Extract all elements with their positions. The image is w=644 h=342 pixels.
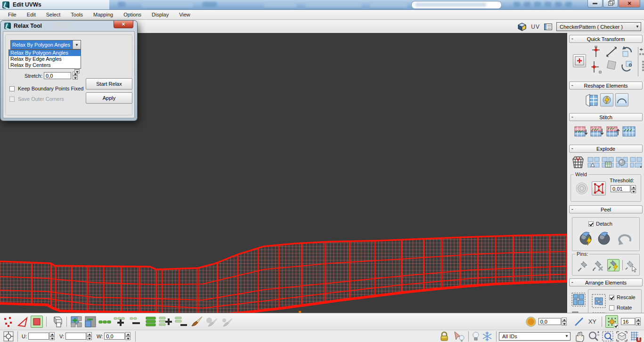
stitch-to-target-icon[interactable] [590,126,604,138]
freeform-mode-icon[interactable] [605,59,618,72]
align-vertical-icon[interactable] [590,60,602,74]
grid-size-field[interactable]: 16 [621,318,635,325]
threshold-spinner[interactable] [631,185,636,193]
shrink-selection-icon[interactable] [84,316,97,328]
relax-tool-dialog[interactable]: Relax Tool ✕ Relax By Polygon Angles ▼ R… [0,21,137,121]
align-to-pivot-button[interactable] [573,54,586,67]
reshape-grid-icon[interactable] [584,93,598,107]
relax-dialog-close-button[interactable]: ✕ [114,21,133,28]
v-spinner[interactable] [87,332,92,340]
option-relax-by-polygon-angles[interactable]: Relax By Polygon Angles [9,50,81,56]
menu-options[interactable]: Options [118,11,147,18]
paint-select-shrink-icon[interactable] [220,316,233,328]
rescale-checkbox[interactable] [609,295,614,300]
linear-align-icon[interactable] [605,46,618,58]
rotate-ccw-icon[interactable] [620,45,634,59]
start-relax-button[interactable]: Start Relax [86,78,132,90]
shrink-ring-icon[interactable] [175,316,188,328]
edge-distance-icon[interactable] [573,316,585,327]
pin-tool-button[interactable] [607,259,620,271]
bulb-icon[interactable] [472,331,480,342]
options-dialog-icon[interactable] [544,24,552,30]
panel-header-explode[interactable]: - Explode [569,145,643,153]
soft-selection-spinner[interactable] [562,318,567,326]
zoom-icon[interactable] [587,331,600,342]
keep-boundary-checkbox[interactable] [9,86,15,91]
menu-file[interactable]: File [3,11,22,18]
collapse-icon[interactable]: - [571,279,573,285]
pin-select-icon[interactable] [625,260,637,272]
u-field[interactable] [28,333,49,340]
collapse-icon[interactable]: - [571,35,573,41]
collapse-icon[interactable]: - [571,82,573,88]
relax-tool-button[interactable] [615,93,628,106]
u-spinner[interactable] [49,332,55,340]
grow-ring-icon[interactable] [159,316,173,328]
option-relax-by-edge-angles[interactable]: Relax By Edge Angles [9,56,81,62]
zoom-to-selection-icon[interactable] [616,331,628,342]
snap-grid-magnet-icon[interactable] [630,331,641,342]
menu-view[interactable]: View [174,11,196,18]
search-box[interactable] [411,1,502,9]
restore-button[interactable] [603,0,618,8]
edge-mode-icon[interactable] [16,316,29,327]
grid-size-spinner[interactable] [636,318,641,326]
w-field[interactable]: 0,0 [104,333,125,340]
collapse-icon[interactable]: - [571,206,573,212]
panel-header-stitch[interactable]: - Stitch [569,113,643,121]
absolute-offset-mode-icon[interactable] [3,331,14,342]
texture-pattern-dropdown[interactable]: CheckerPattern ( Checker ) ▼ [556,22,641,31]
zoom-region-icon[interactable] [602,331,614,342]
space-horizontal-icon[interactable] [639,47,644,57]
uv-space-label[interactable]: UV [531,24,540,30]
flatten-mapping-icon[interactable] [571,155,585,170]
stitch-custom-icon[interactable] [574,126,588,138]
rotate-checkbox[interactable] [609,305,614,310]
collapse-icon[interactable]: - [571,145,573,151]
menu-mapping[interactable]: Mapping [88,11,118,18]
rotate-cw-icon[interactable] [620,59,634,73]
highlight-selected-icon[interactable] [453,331,465,342]
edge-ring-icon[interactable] [145,316,157,327]
element-mode-icon[interactable] [50,316,63,328]
explode-to-faces-icon[interactable] [587,156,600,169]
align-horizontal-icon[interactable] [590,46,602,59]
pan-hand-icon[interactable] [573,331,586,342]
material-id-dropdown[interactable]: All IDs ▼ [499,332,571,341]
menu-select[interactable]: Select [41,11,66,18]
panel-header-reshape-elements[interactable]: - Reshape Elements [569,81,643,90]
snap-toggle-button[interactable] [605,315,618,328]
grow-loop-icon[interactable] [114,316,128,328]
grow-selection-icon[interactable] [70,316,82,328]
threshold-field[interactable]: 0,01 [611,185,630,192]
menu-display[interactable]: Display [147,11,174,18]
panel-header-quick-transform[interactable]: - Quick Transform [569,35,643,43]
reset-peel-icon[interactable] [616,231,633,246]
freeze-snowflake-icon[interactable] [481,331,493,342]
peel-mode-icon[interactable] [596,230,612,246]
explode-by-smoothing-icon[interactable] [615,156,628,169]
stitch-average-icon[interactable] [622,126,636,138]
weld-selected-button[interactable] [592,181,606,195]
stitch-to-source-icon[interactable] [606,126,620,138]
menu-tools[interactable]: Tools [65,11,88,18]
xy-space-label[interactable]: XY [588,318,596,325]
v-field[interactable] [65,333,86,340]
show-map-cube-icon[interactable] [517,23,527,31]
minimize-button[interactable] [587,0,603,8]
relax-until-flat-button[interactable] [600,93,613,106]
space-vertical-icon[interactable] [641,59,644,74]
shrink-loop-icon[interactable] [130,316,143,328]
relax-method-dropdown[interactable]: Relax By Polygon Angles ▼ [10,40,81,49]
relax-dialog-titlebar[interactable]: Relax Tool ✕ [0,21,137,31]
collapse-icon[interactable]: - [571,114,573,119]
paint-select-grow-icon[interactable] [205,316,218,328]
pin-icon[interactable] [577,260,589,272]
edge-loop-icon[interactable] [98,317,112,327]
explode-by-ids-icon[interactable] [601,156,614,169]
panel-header-peel[interactable]: - Peel [569,205,643,213]
stretch-field[interactable]: 0,0 [44,72,71,79]
soft-selection-icon[interactable] [525,316,537,327]
w-spinner[interactable] [125,332,130,340]
apply-button[interactable]: Apply [86,92,132,104]
